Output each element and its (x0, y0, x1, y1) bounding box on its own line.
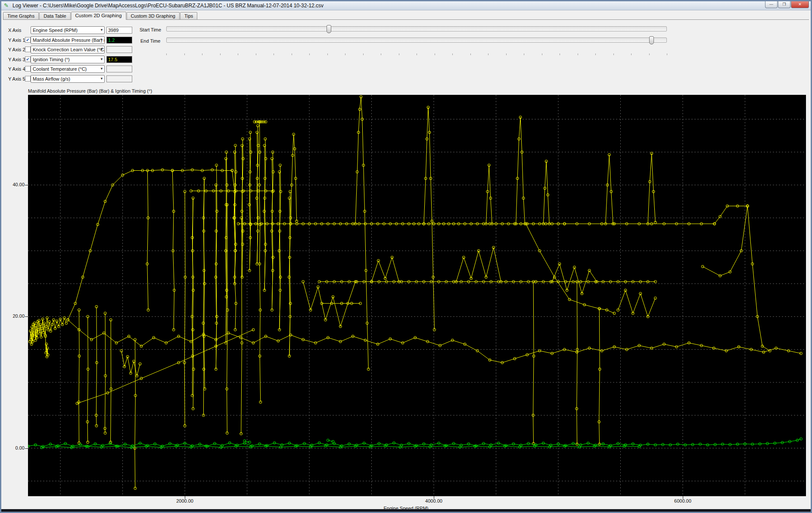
x-tick-label: 4000.00 (419, 498, 449, 504)
chevron-down-icon: ▼ (100, 57, 103, 61)
ignition-timing-line (526, 224, 614, 313)
y-axis-4-dropdown-value: Coolant Temperature (°C) (33, 66, 87, 72)
axis-controls-panel: X AxisEngine Speed (RPM)▼3989Y Axis 1✔Ma… (1, 20, 811, 86)
x-axis-label: X Axis (8, 28, 22, 33)
ignition-timing-line (303, 282, 355, 326)
x-tick-label: 2000.00 (170, 498, 200, 504)
ignition-timing-line (543, 161, 549, 224)
ignition-timing-line (79, 310, 79, 443)
ignition-timing-line (486, 165, 492, 224)
ignition-timing-line (715, 206, 748, 224)
plot-canvas[interactable] (28, 95, 806, 496)
tab-data-table[interactable]: Data Table (39, 12, 70, 19)
ignition-timing-line (203, 178, 205, 416)
manifold-absolute-pressure-bar-line (28, 439, 801, 447)
y-axis-4-current-value (106, 66, 132, 72)
start-time-slider-thumb[interactable] (327, 25, 331, 33)
start-time-slider[interactable] (166, 26, 667, 31)
axis-row-y-axis-1: Y Axis 1✔Manifold Absolute Pressure (Bar… (1, 36, 139, 44)
ignition-timing-line (599, 309, 600, 444)
ignition-timing-line (289, 191, 291, 356)
ignition-timing-line (227, 205, 228, 433)
y-tick-label: 0.00 (4, 445, 25, 450)
ignition-timing-line (192, 198, 194, 409)
x-axis-current-value: 3989 (106, 27, 132, 34)
y-axis-2-label: Y Axis 2 (8, 47, 25, 52)
axis-row-y-axis-3: Y Axis 3✔Ignition Timing (°)▼17.5 (1, 56, 139, 64)
y-axis-3-label: Y Axis 3 (8, 57, 25, 62)
y-axis-5-label: Y Axis 5 (8, 76, 25, 81)
chevron-down-icon: ▼ (100, 38, 103, 42)
ignition-timing-line (747, 206, 770, 351)
ignition-timing-line (577, 282, 578, 444)
manifold-absolute-pressure-bar-marker (332, 440, 334, 443)
y-tick-label: 40.00 (4, 182, 25, 187)
end-time-slider[interactable] (166, 38, 667, 43)
tab-time-graphs[interactable]: Time Graphs (3, 12, 39, 19)
chart-area: Manifold Absolute Pressure (Bar) (Bar) &… (1, 86, 811, 511)
tab-tips[interactable]: Tips (180, 12, 197, 19)
y-axis-2-dropdown[interactable]: Knock Correction Learn Value (°CA)▼ (31, 46, 105, 53)
y-axis-3-dropdown[interactable]: Ignition Timing (°)▼ (31, 56, 105, 63)
y-axis-5-dropdown[interactable]: Mass Airflow (g/s)▼ (31, 75, 105, 83)
title-bar[interactable]: ✎ Log Viewer - C:\Users\Mike\Google Driv… (1, 1, 811, 10)
ignition-timing-line (105, 313, 106, 433)
log-viewer-window: ✎ Log Viewer - C:\Users\Mike\Google Driv… (0, 0, 812, 513)
y-axis-1-dropdown[interactable]: Manifold Absolute Pressure (Bar) (Bar)▼ (31, 36, 105, 44)
y-axis-2-current-value (106, 46, 132, 53)
chart-title: Manifold Absolute Pressure (Bar) (Bar) &… (28, 88, 152, 94)
y-axis-1-checkbox[interactable]: ✔ (25, 37, 31, 43)
x-tick-mark (683, 496, 683, 499)
ignition-timing-line (355, 97, 368, 369)
chevron-down-icon: ▼ (100, 47, 103, 51)
ignition-timing-line (226, 152, 227, 343)
scatter-plot-svg (28, 95, 806, 496)
manifold-absolute-pressure-bar-marker (248, 441, 251, 444)
x-tick-label: 6000.00 (668, 498, 698, 504)
y-axis-3-dropdown-value: Ignition Timing (°) (33, 57, 70, 62)
tab-custom-2d-graphing[interactable]: Custom 2D Graphing (71, 12, 126, 20)
chevron-down-icon: ▼ (100, 67, 103, 71)
y-axis-2-checkbox[interactable] (25, 47, 31, 52)
y-axis-4-checkbox[interactable] (25, 66, 31, 72)
y-axis-1-current-value: 1.2 (106, 37, 132, 44)
y-axis-5-current-value (106, 75, 132, 82)
y-tick-mark (25, 185, 28, 185)
y-axis-5-checkbox[interactable] (25, 76, 31, 81)
ignition-timing-line (96, 307, 96, 425)
ignition-timing-line (424, 107, 435, 330)
ignition-timing-line (279, 165, 281, 330)
pencil-icon: ✎ (4, 2, 9, 9)
close-button[interactable]: ✕ (791, 1, 809, 8)
x-axis-dropdown[interactable]: Engine Speed (RPM)▼ (31, 26, 105, 34)
axis-row-y-axis-4: Y Axis 4Coolant Temperature (°C)▼ (1, 65, 139, 73)
maximize-button[interactable]: ❐ (778, 1, 790, 8)
ignition-timing-line (703, 206, 747, 276)
ignition-timing-line (234, 146, 236, 284)
axis-row-y-axis-2: Y Axis 2Knock Correction Learn Value (°C… (1, 46, 139, 54)
ignition-timing-line (87, 316, 88, 442)
ignition-timing-line (372, 257, 399, 282)
axis-row-y-axis-5: Y Axis 5Mass Airflow (g/s)▼ (1, 75, 139, 83)
x-tick-mark (185, 496, 185, 499)
chevron-down-icon: ▼ (100, 77, 103, 81)
y-axis-1-label: Y Axis 1 (8, 38, 25, 43)
y-axis-1-dropdown-value: Manifold Absolute Pressure (Bar) (Bar) (33, 38, 105, 43)
end-time-slider-thumb[interactable] (649, 36, 654, 44)
minimize-button[interactable]: — (765, 1, 778, 8)
ignition-timing-line (259, 122, 261, 402)
window-title: Log Viewer - C:\Users\Mike\Google Drive\… (12, 3, 324, 9)
y-axis-5-dropdown-value: Mass Airflow (g/s) (33, 76, 70, 81)
ignition-timing-line (264, 139, 266, 290)
end-time-label: End Time (140, 38, 160, 44)
y-tick-label: 20.00 (4, 313, 25, 319)
tab-custom-3d-graphing[interactable]: Custom 3D Graphing (127, 12, 180, 19)
ignition-timing-line (241, 218, 242, 434)
ignition-timing-line (533, 282, 534, 444)
ignition-timing-line (456, 247, 501, 282)
ignition-timing-line (68, 170, 232, 320)
y-axis-3-checkbox[interactable]: ✔ (25, 56, 31, 62)
ignition-timing-marker (654, 297, 656, 300)
y-axis-4-dropdown[interactable]: Coolant Temperature (°C)▼ (31, 65, 105, 73)
y-axis-3-current-value: 17.5 (106, 56, 132, 63)
